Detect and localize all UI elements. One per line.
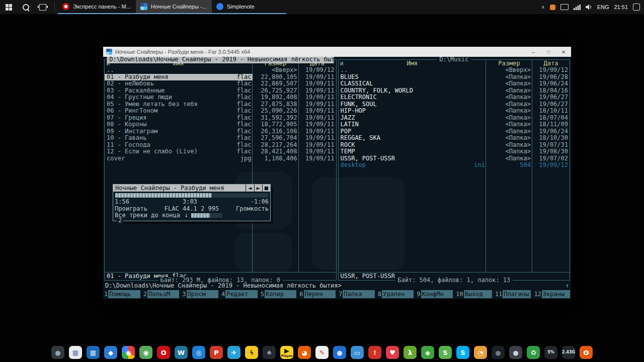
file-row[interactable]: 03 - Раскалённые flac 26,725,927 19/09/1… [105, 87, 336, 95]
file-row[interactable]: LATIN <Папка> 18/11/09 [339, 121, 570, 128]
volume-tray-icon[interactable] [586, 4, 592, 10]
taskbar-app-button[interactable]: Экспресс панель - М... [58, 0, 136, 14]
file-row[interactable]: ELECTRONIC <Папка> 19/06/27 [339, 94, 570, 101]
player-app-icon[interactable]: ▶ Player [280, 346, 293, 359]
pencil-app-icon[interactable]: ✎ [315, 346, 329, 359]
function-key-button[interactable]: 4 Редакт [221, 290, 258, 298]
player-titlebar[interactable]: Ночные Снайперы - Разбуди меня ◄►■ [113, 185, 270, 192]
close-button[interactable]: ✕ [556, 47, 571, 57]
image-viewer-icon[interactable]: ▦ [69, 346, 82, 359]
player-playback-mode[interactable]: Все треки до конца [115, 212, 180, 219]
chrome-browser-icon[interactable]: ◉ [122, 346, 135, 359]
display-tray-icon[interactable] [560, 4, 569, 10]
file-row[interactable]: COUNTRY, FOLK, WORLD <Папка> 18/04/16 [339, 87, 570, 95]
player-mode-dropdown-arrow[interactable]: ↓ [185, 212, 188, 219]
function-key-button[interactable]: 3 Просм [182, 290, 218, 298]
file-row[interactable]: REGGAE, SKA <Папка> 18/10/30 [339, 135, 570, 142]
file-row[interactable]: BLUES <Папка> 19/06/28 [339, 74, 570, 81]
red-p-app-icon[interactable]: P [210, 346, 223, 359]
file-row[interactable]: 07 - Греция flac 31,592,392 19/09/11 [105, 115, 336, 122]
function-key-button[interactable]: 5 Копир [261, 290, 297, 298]
ram-monitor-tile[interactable]: 2.43G [562, 346, 575, 359]
cpu-monitor-tile[interactable]: 5% [544, 346, 557, 359]
language-indicator[interactable]: ENG [597, 4, 609, 10]
function-key-button[interactable]: 9 КонфМн [417, 290, 453, 298]
function-key-button[interactable]: 7 Папка [339, 290, 375, 298]
file-row[interactable]: CLASSICAL <Папка> 19/06/24 [339, 80, 570, 87]
recycle-bin-icon[interactable]: ♻ [527, 346, 540, 359]
folder-app-icon[interactable]: ▭ [351, 346, 364, 359]
lambda-app-icon[interactable]: λ [404, 346, 417, 359]
dark-globe-icon[interactable]: ● [51, 346, 64, 359]
chili-app-icon[interactable]: ! [368, 346, 381, 359]
player-prev-button[interactable]: ◄ [246, 185, 254, 192]
power-button-icon[interactable]: ʘ [580, 346, 593, 359]
green-s-app-icon[interactable]: S [439, 346, 452, 359]
eye-app-icon[interactable]: ◉ [139, 346, 152, 359]
telegram-icon[interactable]: ✈ [227, 346, 240, 359]
file-row[interactable]: JAZZ <Папка> 18/07/04 [339, 115, 570, 122]
column-header-date[interactable]: Дата [532, 60, 570, 67]
network-tray-icon[interactable] [574, 5, 581, 10]
column-header-size[interactable]: Размер [486, 60, 532, 67]
right-panel-path[interactable]: D:\Music [437, 57, 471, 63]
wordpress-icon[interactable]: W [175, 346, 188, 359]
lightning-app-icon[interactable]: ϟ [245, 346, 258, 359]
opera-browser-icon[interactable]: O [157, 346, 170, 359]
file-row[interactable]: 05 - Умею летать без тебя flac 27,875,83… [105, 101, 336, 108]
file-row[interactable]: 02 - неЛюбовь flac 22,869,507 19/09/11 [105, 80, 336, 87]
file-row[interactable]: 04 - Грустные люди flac 19,892,408 19/09… [105, 94, 336, 101]
function-key-button[interactable]: 8 Удален [378, 290, 414, 298]
orange-wedge-icon[interactable]: ◔ [474, 346, 487, 359]
file-row[interactable]: 10 - Гавань flac 27,596,704 19/09/11 [105, 135, 336, 142]
player-volume-button[interactable]: Громкость [236, 206, 269, 213]
green-diamond-icon[interactable]: ◆ [421, 346, 434, 359]
file-row[interactable]: USSR, POST-USSR <Папка> 19/07/02 [339, 155, 570, 162]
player-progress-bar[interactable] [115, 193, 268, 198]
firefox-browser-icon[interactable]: ◕ [298, 346, 311, 359]
function-key-button[interactable]: 1 Помощь [104, 290, 140, 298]
function-key-button[interactable]: 2 ПользМ [143, 290, 180, 298]
file-row[interactable]: .. <Вверх> 19/09/12 [339, 67, 570, 74]
berry-app-icon[interactable]: ♥ [386, 346, 399, 359]
maximize-button[interactable]: □ [541, 47, 556, 57]
save-disk-icon[interactable]: ◆ [104, 346, 117, 359]
action-center-icon[interactable] [633, 4, 640, 11]
file-row[interactable]: cover jpg 1,108,406 19/09/11 [105, 155, 336, 162]
blue-globe-icon[interactable]: ◎ [192, 346, 205, 359]
file-row[interactable]: .. <Вверх> 19/09/12 [105, 67, 336, 74]
clock[interactable]: 21:51 [614, 4, 628, 10]
function-key-button[interactable]: 6 Перен [299, 290, 336, 298]
file-row[interactable]: desktop ini 504 19/09/12 [339, 162, 570, 169]
window-titlebar[interactable]: Ночные Снайперы - Разбуди меня - Far 3.0… [103, 47, 571, 57]
command-line[interactable]: D:\Downloads\Ночные Снайперы - 2019 - Не… [105, 282, 342, 289]
file-row[interactable]: FUNK, SOUL <Папка> 19/06/27 [339, 101, 570, 108]
file-row[interactable]: 06 - РингТоном flac 25,090,226 19/09/11 [105, 108, 336, 115]
minimize-button[interactable]: – [526, 47, 541, 57]
player-play-pause-button[interactable]: ► [254, 185, 262, 192]
file-row[interactable]: 08 - Короны flac 18,772,905 19/09/11 [105, 121, 336, 128]
taskbar-app-button[interactable]: Ночные Снайперы -... [136, 0, 212, 14]
left-panel-path[interactable]: D:\Downloads\Ночные Снайперы - 2019 - Не… [107, 57, 334, 63]
skype-icon[interactable]: S [456, 346, 469, 359]
gray-sphere-icon[interactable]: ● [509, 346, 522, 359]
console-scroll-up-icon[interactable]: ↑ [566, 282, 569, 289]
tray-chevron-icon[interactable]: ∧ [541, 5, 545, 10]
taskbar-app-button[interactable]: Simplenote [212, 0, 286, 14]
file-row[interactable]: 12 - Если не слабо (Live) flac 28,421,40… [105, 148, 336, 155]
start-button[interactable] [0, 0, 17, 14]
function-key-button[interactable]: 11 Плагины [495, 290, 531, 298]
file-row[interactable]: 11 - Господа flac 28,217,264 19/09/11 [105, 142, 336, 149]
task-view-button[interactable] [34, 0, 51, 14]
search-button[interactable] [17, 0, 34, 14]
file-row[interactable]: 01 - Разбуди меня flac 22,800,105 19/09/… [105, 74, 336, 81]
torrent-tray-icon[interactable] [550, 5, 555, 10]
black-sphere-icon[interactable]: ● [492, 346, 505, 359]
player-volume-bar[interactable] [191, 213, 222, 218]
file-row[interactable]: 09 - Инстаграм flac 26,316,108 19/09/11 [105, 128, 336, 135]
player-stop-button[interactable]: ■ [262, 185, 270, 192]
mosaic-app-icon[interactable]: ▦ [87, 346, 100, 359]
file-row[interactable]: TEMP <Папка> 19/08/30 [339, 148, 570, 155]
player-play-button[interactable]: Проиграть [115, 206, 147, 213]
file-row[interactable]: POP <Папка> 19/06/24 [339, 128, 570, 135]
